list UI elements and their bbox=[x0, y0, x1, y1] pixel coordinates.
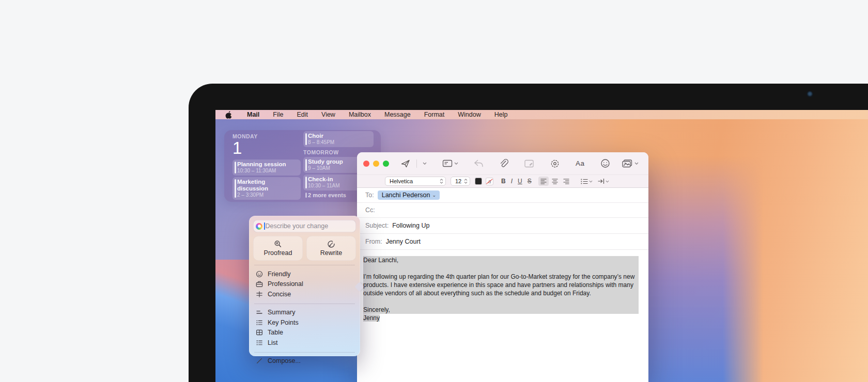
transform-option-label: Summary bbox=[268, 309, 295, 316]
minimize-button[interactable] bbox=[373, 161, 379, 167]
transform-option-summary[interactable]: Summary bbox=[253, 308, 356, 318]
rewrite-pencil-icon bbox=[327, 240, 335, 248]
proofread-label: Proofread bbox=[264, 249, 292, 257]
header-fields-button[interactable] bbox=[440, 159, 460, 168]
align-center-button[interactable] bbox=[550, 177, 560, 186]
message-body[interactable]: Dear Lanchi, I’m following up regarding … bbox=[357, 250, 648, 322]
chevron-down-icon bbox=[454, 162, 458, 165]
transform-option-list[interactable]: List bbox=[253, 338, 356, 348]
from-label: From: bbox=[365, 238, 382, 245]
menu-item-mailbox[interactable]: Mailbox bbox=[342, 111, 378, 118]
menu-item-window[interactable]: Window bbox=[451, 111, 487, 118]
highlight-color-swatch[interactable]: a bbox=[486, 178, 493, 185]
list-icon bbox=[256, 339, 263, 346]
emoji-smiley-icon bbox=[600, 158, 610, 168]
menu-app-name[interactable]: Mail bbox=[240, 111, 266, 118]
event-title: Marketing discussion bbox=[237, 179, 298, 192]
font-family-select[interactable]: Helvetica bbox=[385, 177, 446, 186]
reply-button bbox=[472, 160, 486, 167]
image-playground-button[interactable] bbox=[548, 158, 562, 169]
apple-intelligence-swirl-icon bbox=[550, 158, 560, 169]
photo-browser-button[interactable] bbox=[619, 159, 641, 168]
font-size-select[interactable]: 12 bbox=[451, 177, 470, 186]
chevron-down-icon bbox=[589, 180, 593, 183]
align-left-icon bbox=[540, 179, 547, 184]
list-style-button[interactable] bbox=[581, 179, 593, 184]
event-time: 8 – 8:45PM bbox=[308, 139, 370, 146]
format-button[interactable]: Aa bbox=[574, 160, 587, 167]
compose-option[interactable]: Compose... bbox=[253, 356, 356, 367]
tone-option-label: Professional bbox=[268, 280, 303, 288]
menu-item-help[interactable]: Help bbox=[488, 111, 515, 118]
tone-option-concise[interactable]: Concise bbox=[253, 289, 356, 299]
text-caret bbox=[264, 222, 265, 230]
transform-option-key-points[interactable]: Key Points bbox=[253, 317, 356, 328]
reply-arrow-icon bbox=[474, 160, 484, 167]
paperclip-icon bbox=[499, 158, 508, 168]
screen: Mail File Edit View Mailbox Message Form… bbox=[215, 110, 868, 382]
italic-button[interactable]: I bbox=[508, 178, 515, 185]
transform-option-table[interactable]: Table bbox=[253, 328, 356, 338]
calendar-event[interactable]: Marketing discussion 2 – 3:30PM bbox=[233, 177, 301, 200]
calendar-event[interactable]: Planning session 10:30 – 11:30AM bbox=[233, 160, 301, 176]
apple-menu[interactable] bbox=[225, 110, 232, 119]
event-title: Planning session bbox=[237, 161, 298, 168]
transform-option-label: Key Points bbox=[268, 319, 299, 326]
text-color-swatch[interactable] bbox=[475, 178, 482, 185]
calendar-event[interactable]: Choir 8 – 8:45PM bbox=[303, 131, 374, 147]
tone-option-friendly[interactable]: Friendly bbox=[253, 269, 356, 279]
traffic-lights bbox=[363, 161, 389, 167]
body-signature: Jenny bbox=[363, 314, 380, 322]
proofread-magnifier-icon bbox=[274, 240, 282, 248]
body-blank-line bbox=[363, 264, 639, 273]
camera-dot bbox=[807, 91, 813, 98]
font-size-value: 12 bbox=[455, 178, 464, 184]
menu-item-message[interactable]: Message bbox=[378, 111, 417, 118]
align-right-button[interactable] bbox=[561, 177, 571, 186]
send-icon bbox=[400, 158, 411, 169]
attach-button[interactable] bbox=[497, 158, 510, 168]
indent-button[interactable] bbox=[598, 178, 609, 184]
concise-icon bbox=[256, 291, 263, 298]
proofread-button[interactable]: Proofread bbox=[253, 236, 303, 261]
subject-label: Subject: bbox=[365, 222, 389, 229]
close-button[interactable] bbox=[363, 161, 369, 167]
align-center-icon bbox=[552, 179, 558, 184]
chevron-down-icon bbox=[606, 180, 609, 183]
menu-item-view[interactable]: View bbox=[315, 111, 342, 118]
send-button[interactable] bbox=[398, 158, 413, 169]
strikethrough-button[interactable]: S bbox=[525, 178, 534, 185]
apple-intelligence-icon bbox=[256, 223, 262, 230]
selected-text-block: Dear Lanchi, I’m following up regarding … bbox=[363, 256, 639, 314]
to-field-row[interactable]: To: Lanchi Pederson ⌄ bbox=[357, 188, 648, 203]
body-blank-line bbox=[363, 297, 639, 306]
compose-toolbar: Aa bbox=[357, 152, 648, 174]
describe-change-input[interactable]: Describe your change bbox=[253, 220, 356, 232]
calendar-day-name: MONDAY bbox=[233, 133, 301, 139]
body-salutation: Dear Lanchi, bbox=[363, 256, 639, 264]
compose-window: Aa bbox=[357, 152, 648, 382]
align-right-icon bbox=[563, 179, 569, 184]
writing-tools-popup: Describe your change Proofread Rewrite F… bbox=[249, 216, 360, 356]
to-label: To: bbox=[365, 192, 374, 199]
send-options-chevron[interactable] bbox=[421, 162, 429, 165]
underline-button[interactable]: U bbox=[515, 178, 525, 185]
from-field-row[interactable]: From: Jenny Court bbox=[357, 234, 648, 250]
zoom-button[interactable] bbox=[383, 161, 389, 167]
emoji-button[interactable] bbox=[598, 158, 612, 168]
indent-icon bbox=[598, 178, 605, 184]
menu-item-file[interactable]: File bbox=[266, 111, 290, 118]
event-title: Choir bbox=[308, 133, 370, 139]
menu-bar: Mail File Edit View Mailbox Message Form… bbox=[215, 110, 868, 119]
menu-item-edit[interactable]: Edit bbox=[290, 111, 315, 118]
key-points-icon bbox=[256, 319, 263, 326]
menu-item-format[interactable]: Format bbox=[417, 111, 452, 118]
cc-field-row[interactable]: Cc: bbox=[357, 203, 648, 218]
align-left-button[interactable] bbox=[538, 177, 549, 186]
subject-field-row[interactable]: Subject: Following Up bbox=[357, 218, 648, 234]
rewrite-button[interactable]: Rewrite bbox=[306, 236, 356, 261]
bold-button[interactable]: B bbox=[499, 178, 508, 185]
recipient-pill[interactable]: Lanchi Pederson ⌄ bbox=[378, 190, 440, 200]
tone-option-professional[interactable]: Professional bbox=[253, 279, 356, 290]
input-placeholder: Describe your change bbox=[266, 222, 329, 230]
